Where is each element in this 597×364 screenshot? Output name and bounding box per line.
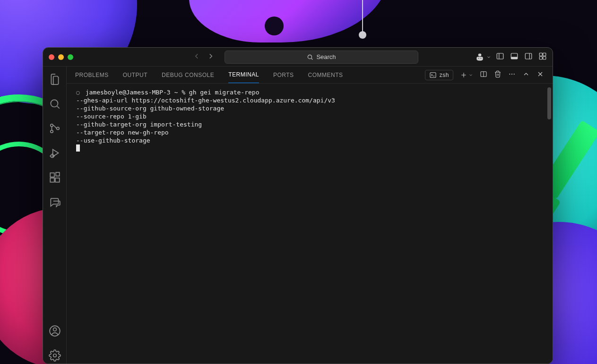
search-placeholder: Search	[316, 53, 336, 60]
tab-comments[interactable]: COMMENTS	[308, 67, 343, 83]
tab-label: PROBLEMS	[75, 72, 109, 78]
tab-output[interactable]: OUTPUT	[123, 67, 147, 83]
svg-point-29	[53, 328, 56, 331]
svg-point-18	[56, 127, 59, 129]
svg-point-39	[514, 74, 515, 75]
vscode-window: Search	[43, 47, 553, 364]
new-terminal-button[interactable]	[460, 71, 473, 79]
activity-bar	[43, 67, 67, 364]
command-search-input[interactable]: Search	[225, 51, 418, 64]
tab-ports[interactable]: PORTS	[273, 67, 294, 83]
svg-rect-24	[50, 173, 54, 177]
tab-terminal[interactable]: TERMINAL	[228, 67, 259, 83]
svg-point-37	[509, 74, 510, 75]
terminal-shell-selector[interactable]: zsh	[425, 70, 453, 80]
trash-icon	[494, 70, 502, 78]
tab-label: OUTPUT	[123, 72, 147, 78]
terminal-view[interactable]: ○ jamesboyle@Jamess-MBP-3 ~ % gh gei mig…	[67, 84, 553, 364]
svg-rect-26	[55, 178, 60, 182]
svg-rect-11	[543, 53, 546, 56]
accounts-icon[interactable]	[49, 325, 61, 339]
svg-point-0	[308, 55, 312, 59]
svg-rect-25	[50, 178, 54, 182]
window-close-button[interactable]	[49, 54, 54, 60]
svg-rect-31	[430, 72, 436, 77]
svg-rect-4	[497, 53, 503, 59]
toggle-panel-button[interactable]	[510, 52, 519, 62]
split-terminal-button[interactable]	[480, 70, 487, 79]
copilot-button[interactable]	[475, 52, 491, 62]
svg-line-1	[311, 58, 313, 59]
chat-icon[interactable]	[49, 196, 61, 210]
more-actions-button[interactable]	[508, 70, 516, 79]
split-icon	[480, 70, 487, 78]
svg-point-3	[481, 58, 482, 59]
chevron-up-icon	[522, 70, 530, 78]
maximize-panel-button[interactable]	[522, 70, 530, 79]
svg-point-38	[511, 74, 512, 75]
tab-label: COMMENTS	[308, 72, 343, 78]
settings-gear-icon[interactable]	[49, 349, 61, 364]
close-icon	[536, 70, 544, 78]
layout-controls	[496, 52, 547, 62]
toggle-primary-sidebar-button[interactable]	[496, 52, 504, 62]
terminal-icon	[429, 71, 437, 79]
svg-rect-27	[56, 172, 60, 176]
search-icon[interactable]	[49, 98, 61, 112]
svg-point-2	[478, 58, 479, 59]
svg-rect-13	[543, 56, 546, 59]
svg-point-14	[51, 100, 58, 107]
toggle-secondary-sidebar-button[interactable]	[524, 52, 533, 62]
close-panel-button[interactable]	[536, 70, 544, 79]
svg-point-16	[50, 124, 52, 127]
nav-back-button[interactable]	[192, 52, 201, 62]
window-zoom-button[interactable]	[68, 54, 73, 60]
tab-label: TERMINAL	[228, 71, 259, 78]
svg-point-17	[50, 130, 52, 133]
nav-forward-button[interactable]	[207, 52, 215, 62]
explorer-icon[interactable]	[49, 73, 61, 87]
customize-layout-button[interactable]	[538, 52, 547, 62]
svg-rect-12	[539, 56, 542, 59]
terminal-scrollbar[interactable]	[547, 87, 551, 119]
kill-terminal-button[interactable]	[494, 70, 502, 79]
svg-point-30	[53, 354, 56, 357]
titlebar: Search	[43, 48, 553, 67]
search-icon	[307, 54, 313, 60]
extensions-icon[interactable]	[49, 171, 61, 186]
nav-arrows	[192, 52, 215, 62]
svg-line-15	[57, 106, 60, 109]
source-control-icon[interactable]	[49, 122, 61, 136]
copilot-icon	[475, 52, 485, 62]
tab-label: DEBUG CONSOLE	[162, 72, 214, 78]
shell-label: zsh	[440, 72, 449, 78]
svg-rect-7	[511, 57, 518, 59]
bottom-panel: PROBLEMS OUTPUT DEBUG CONSOLE TERMINAL P…	[67, 67, 553, 364]
plus-icon	[460, 71, 467, 79]
tab-problems[interactable]: PROBLEMS	[75, 67, 109, 83]
chevron-down-icon	[468, 73, 473, 77]
svg-rect-10	[539, 53, 542, 56]
tab-label: PORTS	[273, 72, 294, 78]
tab-debug-console[interactable]: DEBUG CONSOLE	[162, 67, 214, 83]
svg-rect-8	[525, 53, 532, 59]
panel-actions: zsh	[425, 70, 544, 80]
chevron-down-icon	[486, 55, 491, 59]
run-debug-icon[interactable]	[49, 147, 61, 161]
window-minimize-button[interactable]	[58, 54, 64, 60]
panel-tabs: PROBLEMS OUTPUT DEBUG CONSOLE TERMINAL P…	[67, 67, 553, 84]
ellipsis-icon	[508, 70, 516, 78]
traffic-lights	[49, 54, 73, 60]
